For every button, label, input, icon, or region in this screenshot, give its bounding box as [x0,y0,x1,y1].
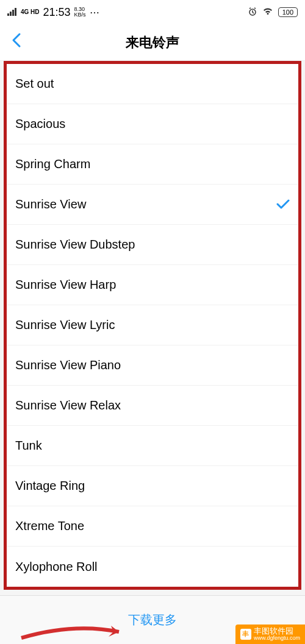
check-icon [276,197,290,213]
ringtone-item[interactable]: Sunrise View [7,185,298,225]
ringtone-item[interactable]: Spacious [7,104,298,144]
ringtone-item[interactable]: Xtreme Tone [7,506,298,547]
ringtone-label: Sunrise View Piano [15,358,121,372]
back-button[interactable] [11,32,22,53]
ringtone-item[interactable]: Xylophone Roll [7,547,298,587]
ringtone-item[interactable]: Tunk [7,426,298,466]
battery-icon: 100 [278,7,298,17]
ringtone-item[interactable]: Sunrise View Piano [7,345,298,386]
ringtone-item[interactable]: Vintage Ring [7,466,298,506]
status-time: 21:53 [43,6,71,19]
ringtone-label: Sunrise View Relax [15,398,121,412]
status-left: 4G HD 21:53 8.30 KB/s ⋯ [7,6,101,19]
ringtone-label: Sunrise View [15,197,86,211]
svg-rect-3 [15,8,16,16]
ringtone-label: Spring Charm [15,157,90,171]
page-title: 来电铃声 [0,34,305,52]
more-icon: ⋯ [90,7,101,18]
download-more-button[interactable]: 下载更多 [128,612,177,628]
svg-rect-1 [10,12,12,16]
signal-icon [7,7,17,18]
wifi-icon [262,7,273,18]
svg-rect-0 [7,13,9,16]
ringtone-label: Sunrise View Dubstep [15,238,135,252]
watermark: 丰 丰图软件园 www.dgfengtu.com [235,625,305,644]
ringtone-label: Tunk [15,439,42,453]
ringtone-label: Set out [15,77,54,91]
data-rate: 8.30 KB/s [74,7,86,18]
status-right: 100 [248,7,298,18]
ringtone-label: Xylophone Roll [15,560,98,574]
ringtone-item[interactable]: Sunrise View Lyric [7,305,298,345]
header: 来电铃声 [0,24,305,61]
ringtone-label: Sunrise View Lyric [15,318,115,332]
ringtone-item[interactable]: Spring Charm [7,144,298,185]
ringtone-label: Sunrise View Harp [15,278,116,292]
ringtone-item[interactable]: Sunrise View Harp [7,265,298,305]
alarm-icon [248,7,257,18]
watermark-icon: 丰 [240,629,251,640]
ringtone-label: Spacious [15,117,65,131]
ringtone-label: Vintage Ring [15,479,85,493]
watermark-name: 丰图软件园 [254,627,300,635]
ringtone-item[interactable]: Sunrise View Relax [7,386,298,426]
network-type: 4G HD [21,9,40,15]
ringtone-item[interactable]: Set out [7,64,298,104]
ringtone-item[interactable]: Sunrise View Dubstep [7,225,298,265]
status-bar: 4G HD 21:53 8.30 KB/s ⋯ 100 [0,0,305,24]
ringtone-list: Set outSpaciousSpring CharmSunrise ViewS… [4,61,301,590]
svg-rect-2 [12,10,14,16]
watermark-url: www.dgfengtu.com [254,635,300,642]
ringtone-label: Xtreme Tone [15,519,84,533]
